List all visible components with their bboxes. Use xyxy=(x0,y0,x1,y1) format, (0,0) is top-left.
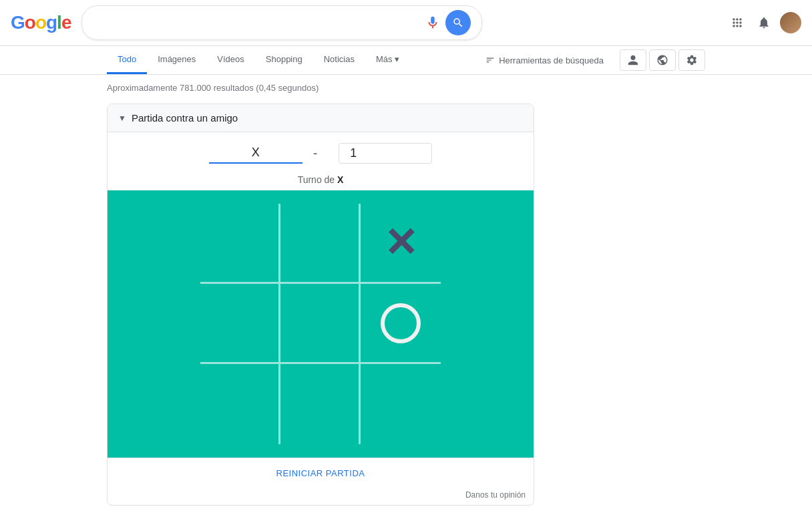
globe-button[interactable] xyxy=(649,49,676,71)
cell-8[interactable] xyxy=(361,364,441,444)
cell-5[interactable] xyxy=(361,284,441,364)
score-section: - 1 xyxy=(108,132,534,174)
header: Google tic tac toe xyxy=(0,0,812,46)
apps-button[interactable] xyxy=(727,12,748,33)
nav-item-shopping[interactable]: Shopping xyxy=(255,46,313,74)
game-card: ▼ Partida contra un amigo - 1 Turno de X… xyxy=(107,104,534,506)
search-input[interactable]: tic tac toe xyxy=(93,17,420,29)
game-card-header: ▼ Partida contra un amigo xyxy=(108,104,534,132)
google-logo[interactable]: Google xyxy=(11,12,71,33)
search-box: tic tac toe xyxy=(81,5,482,40)
nav-item-todo[interactable]: Todo xyxy=(107,46,147,74)
results-count: Aproximadamente 781.000 resultados (0,45… xyxy=(107,83,705,93)
nav-item-videos[interactable]: Vídeos xyxy=(206,46,254,74)
cell-7[interactable] xyxy=(280,364,361,444)
score-x: - xyxy=(313,146,318,161)
header-right xyxy=(727,12,801,33)
cell-1[interactable] xyxy=(280,204,361,284)
nav-item-mas[interactable]: Más ▾ xyxy=(365,46,410,74)
player-o-score: 1 xyxy=(339,143,432,164)
feedback-link[interactable]: Danos tu opinión xyxy=(108,488,534,505)
notifications-button[interactable] xyxy=(753,12,775,33)
person-button[interactable] xyxy=(620,49,646,71)
game-title: Partida contra un amigo xyxy=(132,112,238,124)
herramientas-busqueda[interactable]: Herramientas de búsqueda xyxy=(477,49,612,71)
main-content: Aproximadamente 781.000 resultados (0,45… xyxy=(0,75,812,523)
cell-0[interactable] xyxy=(200,204,280,284)
turn-indicator: Turno de X xyxy=(108,174,534,190)
cell-4[interactable] xyxy=(280,284,361,364)
cell-3[interactable] xyxy=(200,284,280,364)
board: ✕ xyxy=(200,204,441,444)
nav-right: Herramientas de búsqueda xyxy=(477,49,705,71)
cell-5-o xyxy=(381,303,421,343)
player-x-input[interactable] xyxy=(209,143,302,164)
collapse-arrow[interactable]: ▼ xyxy=(118,114,126,123)
settings-button[interactable] xyxy=(678,49,705,71)
nav-item-noticias[interactable]: Noticias xyxy=(313,46,365,74)
nav: Todo Imágenes Vídeos Shopping Noticias M… xyxy=(0,46,812,75)
search-button[interactable] xyxy=(445,10,471,35)
restart-button[interactable]: REINICIAR PARTIDA xyxy=(276,468,365,478)
avatar[interactable] xyxy=(780,12,801,33)
board-container: ✕ xyxy=(108,190,534,458)
mic-icon[interactable] xyxy=(425,15,440,30)
nav-item-imagenes[interactable]: Imágenes xyxy=(147,46,206,74)
cell-2-x: ✕ xyxy=(384,223,417,263)
cell-2[interactable]: ✕ xyxy=(361,204,441,284)
restart-section: REINICIAR PARTIDA xyxy=(108,458,534,488)
herramientas-label: Herramientas de búsqueda xyxy=(499,55,604,65)
cell-6[interactable] xyxy=(200,364,280,444)
